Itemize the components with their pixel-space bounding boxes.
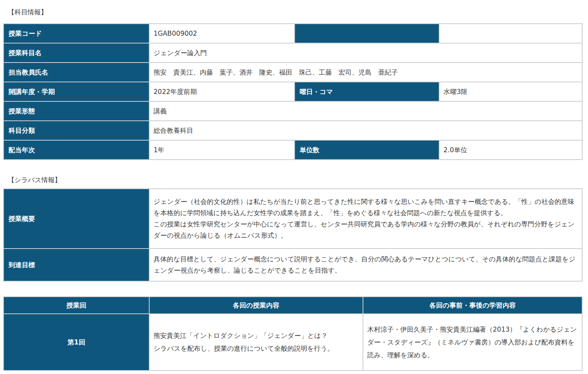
year-semester-label: 開講年度・学期 xyxy=(3,82,149,101)
row-course-category: 科目分類 総合教養科目 xyxy=(3,121,582,140)
syllabus-page: 【科目情報】 授業コード 1GAB009002 授業科目名 ジェンダー論入門 担… xyxy=(3,0,582,371)
assigned-year-value: 1年 xyxy=(149,140,295,160)
class-code-label: 授業コード xyxy=(3,24,149,43)
schedule-header-study: 各回の事前・事後の学習内容 xyxy=(363,297,582,314)
course-format-label: 授業形態 xyxy=(3,101,149,121)
row-instructors: 担当教員氏名 熊安 貴美江、内藤 葉子、酒井 隆史、福田 珠己、工藤 宏司、児島… xyxy=(3,63,582,82)
session-1-label: 第1回 xyxy=(3,314,149,371)
course-format-value: 講義 xyxy=(149,101,582,121)
schedule-header-session: 授業回 xyxy=(3,297,149,314)
course-name-label: 授業科目名 xyxy=(3,43,149,63)
session-1-content: 熊安貴美江「イントロダクション」「ジェンダー」とは？ シラバスを配布し、授業の進… xyxy=(149,314,363,371)
row-course-format: 授業形態 講義 xyxy=(3,101,582,121)
overview-value: ジェンダー（社会的文化的性）は私たちが当たり前と思ってきた性に関する様々な思いこ… xyxy=(149,189,582,249)
credits-label: 単位数 xyxy=(295,140,439,160)
row-year-semester: 開講年度・学期 2022年度前期 曜日・コマ 水曜3限 xyxy=(3,82,582,101)
instructors-label: 担当教員氏名 xyxy=(3,63,149,82)
course-info-table: 授業コード 1GAB009002 授業科目名 ジェンダー論入門 担当教員氏名 熊… xyxy=(3,23,583,160)
overview-label: 授業概要 xyxy=(3,189,149,249)
course-category-value: 総合教養科目 xyxy=(149,121,582,140)
section-title-course-info: 【科目情報】 xyxy=(3,0,582,23)
empty-value-cell xyxy=(439,24,582,43)
section-title-syllabus-info: 【シラバス情報】 xyxy=(3,160,582,188)
empty-header-cell xyxy=(295,24,439,43)
row-goals: 到達目標 具体的な目標として、ジェンダー概念について説明することができ、自分の関… xyxy=(3,249,582,281)
row-course-name: 授業科目名 ジェンダー論入門 xyxy=(3,43,582,63)
day-period-label: 曜日・コマ xyxy=(295,82,439,101)
class-code-value: 1GAB009002 xyxy=(149,24,295,43)
schedule-header-content: 各回の授業内容 xyxy=(149,297,363,314)
goals-label: 到達目標 xyxy=(3,249,149,281)
syllabus-info-table: 授業概要 ジェンダー（社会的文化的性）は私たちが当たり前と思ってきた性に関する様… xyxy=(3,188,583,282)
year-semester-value: 2022年度前期 xyxy=(149,82,295,101)
credits-value: 2.0単位 xyxy=(439,140,582,160)
schedule-table: 授業回 各回の授業内容 各回の事前・事後の学習内容 第1回 熊安貴美江「イントロ… xyxy=(3,296,583,371)
course-category-label: 科目分類 xyxy=(3,121,149,140)
schedule-header-row: 授業回 各回の授業内容 各回の事前・事後の学習内容 xyxy=(3,297,582,314)
goals-value: 具体的な目標として、ジェンダー概念について説明することができ、自分の関心あるテー… xyxy=(149,249,582,281)
day-period-value: 水曜3限 xyxy=(439,82,582,101)
instructors-value: 熊安 貴美江、内藤 葉子、酒井 隆史、福田 珠己、工藤 宏司、児島 亜紀子 xyxy=(149,63,582,82)
schedule-row-1: 第1回 熊安貴美江「イントロダクション」「ジェンダー」とは？ シラバスを配布し、… xyxy=(3,314,582,371)
course-name-value: ジェンダー論入門 xyxy=(149,43,582,63)
row-assigned-year: 配当年次 1年 単位数 2.0単位 xyxy=(3,140,582,160)
row-overview: 授業概要 ジェンダー（社会的文化的性）は私たちが当たり前と思ってきた性に関する様… xyxy=(3,189,582,249)
session-1-study: 木村涼子・伊田久美子・熊安貴美江編著（2013）『よくわかるジェンダー・スタディ… xyxy=(363,314,582,371)
row-class-code: 授業コード 1GAB009002 xyxy=(3,24,582,43)
assigned-year-label: 配当年次 xyxy=(3,140,149,160)
